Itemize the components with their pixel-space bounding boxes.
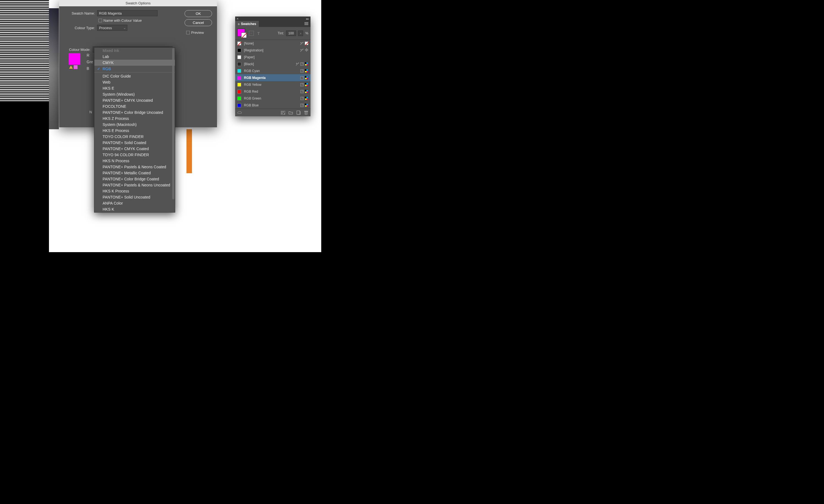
- preview-checkbox[interactable]: [186, 31, 190, 34]
- swatches-tab[interactable]: ◇ Swatches: [235, 21, 259, 27]
- formatting-text-button[interactable]: T: [256, 31, 261, 36]
- colour-mode-option[interactable]: HKS E Process: [94, 128, 175, 134]
- cmyk-mode-icon: [305, 76, 308, 80]
- cmyk-mode-icon: [305, 103, 308, 107]
- colour-mode-option[interactable]: PANTONE+ Solid Coated: [94, 140, 175, 146]
- svg-rect-14: [305, 112, 307, 114]
- swatch-row-black[interactable]: [Black]: [235, 60, 311, 68]
- svg-rect-10: [283, 112, 284, 112]
- process-colour-icon: [300, 90, 304, 93]
- colour-mode-option[interactable]: HKS K Process: [94, 188, 175, 194]
- ok-button[interactable]: OK: [185, 10, 212, 17]
- show-options-icon[interactable]: [281, 111, 285, 115]
- dialog-title: Swatch Options: [59, 0, 217, 6]
- chevron-down-icon: ⌵: [124, 26, 125, 29]
- warning-icon: !: [69, 65, 73, 69]
- panel-menu-icon[interactable]: [304, 22, 309, 26]
- svg-rect-15: [304, 111, 308, 112]
- tint-input[interactable]: [286, 30, 296, 36]
- swatch-row-cyan[interactable]: RGB Cyan: [235, 68, 311, 74]
- swatch-chip: [237, 83, 241, 87]
- colour-mode-option[interactable]: HKS Z Process: [94, 116, 175, 122]
- none-type-icon: [305, 41, 308, 45]
- colour-mode-option[interactable]: HKS K: [94, 206, 175, 212]
- swatch-name-label: RGB Cyan: [244, 69, 300, 73]
- swatch-preview-chip: [69, 53, 80, 65]
- rgb-slider-labels: R Gre B: [87, 53, 93, 73]
- swatch-chip: [237, 48, 241, 52]
- non-editable-icon: [295, 62, 299, 66]
- svg-rect-13: [297, 111, 300, 114]
- swatch-row-none[interactable]: [None]: [235, 40, 311, 47]
- tab-caret-icon: ◇: [238, 23, 239, 25]
- colour-mode-option[interactable]: PANTONE+ CMYK Uncoated: [94, 97, 175, 103]
- colour-mode-option[interactable]: PANTONE+ Color Bridge Coated: [94, 176, 175, 182]
- swatch-row-blue[interactable]: RGB Blue: [235, 102, 311, 109]
- colour-mode-option[interactable]: HKS E: [94, 85, 175, 91]
- colour-mode-option[interactable]: PANTONE+ Color Bridge Uncoated: [94, 109, 175, 116]
- cmyk-mode-icon: [305, 62, 308, 66]
- svg-text:!: !: [71, 66, 72, 69]
- swatch-row-paper[interactable]: [Paper]: [235, 53, 311, 60]
- check-icon: ✓: [97, 67, 100, 71]
- colour-mode-option[interactable]: ✓RGB: [94, 66, 175, 72]
- colour-type-select[interactable]: Process ⌵: [97, 25, 127, 31]
- new-group-icon[interactable]: [289, 111, 293, 115]
- non-editable-icon: [300, 48, 304, 52]
- name-with-colour-checkbox[interactable]: [98, 19, 102, 22]
- colour-mode-option[interactable]: DIC Color Guide: [94, 73, 175, 79]
- colour-mode-option[interactable]: PANTONE+ Solid Uncoated: [94, 194, 175, 200]
- colour-mode-option[interactable]: Web: [94, 79, 175, 85]
- non-editable-icon: [300, 41, 304, 45]
- formatting-container-button[interactable]: ▫: [249, 31, 254, 36]
- preview-label: Preview: [191, 30, 204, 35]
- svg-rect-2: [304, 22, 308, 23]
- swatch-row-green[interactable]: RGB Green: [235, 95, 311, 102]
- panel-collapse-icon[interactable]: ▸▸: [304, 17, 311, 21]
- background-artifact: [187, 129, 192, 173]
- process-colour-icon: [300, 62, 304, 66]
- swatch-row-yellow[interactable]: RGB Yellow: [235, 81, 311, 88]
- colour-mode-option[interactable]: System (Windows): [94, 91, 175, 97]
- process-colour-icon: [300, 83, 304, 86]
- swatch-name-label: [Registration]: [244, 48, 300, 52]
- panel-close-icon[interactable]: ✕: [235, 17, 240, 21]
- cmyk-mode-icon: [305, 69, 308, 73]
- colour-mode-option[interactable]: PANTONE+ CMYK Coated: [94, 146, 175, 152]
- colour-mode-option[interactable]: HKS N Process: [94, 158, 175, 164]
- tint-stepper[interactable]: ›: [298, 30, 303, 36]
- colour-mode-option[interactable]: PANTONE+ Pastels & Neons Coated: [94, 164, 175, 170]
- tint-label: Tint:: [278, 31, 284, 35]
- new-swatch-icon[interactable]: [296, 111, 301, 115]
- colour-mode-option[interactable]: System (Macintosh): [94, 122, 175, 128]
- colour-mode-option[interactable]: PANTONE+ Metallic Coated: [94, 170, 175, 176]
- swatch-chip: [237, 76, 241, 80]
- colour-mode-option[interactable]: TOYO COLOR FINDER: [94, 134, 175, 140]
- colour-mode-option[interactable]: PANTONE+ Pastels & Neons Uncoated: [94, 182, 175, 188]
- colour-mode-option[interactable]: CMYK: [94, 60, 175, 66]
- dropdown-separator: [94, 72, 175, 73]
- colour-mode-option: Mixed Ink: [94, 47, 175, 53]
- cancel-button[interactable]: Cancel: [185, 19, 212, 26]
- colour-mode-dropdown[interactable]: Mixed InkLabCMYK✓RGBDIC Color GuideWebHK…: [94, 47, 175, 213]
- swatch-row-reg[interactable]: [Registration]: [235, 47, 311, 53]
- process-colour-icon: [300, 76, 304, 80]
- colour-mode-option[interactable]: Lab: [94, 53, 175, 60]
- fill-stroke-swatch[interactable]: [237, 29, 247, 38]
- delete-swatch-icon[interactable]: [304, 111, 308, 115]
- gamut-swatch[interactable]: [74, 65, 78, 69]
- swatch-colour-preview: !: [69, 53, 80, 69]
- swatch-list: [None][Registration][Paper][Black]RGB Cy…: [235, 40, 311, 109]
- swatch-row-magenta[interactable]: RGB Magenta: [235, 74, 311, 81]
- cc-libraries-icon[interactable]: [237, 111, 242, 115]
- colour-mode-option[interactable]: TOYO 94 COLOR FINDER: [94, 152, 175, 158]
- colour-mode-option[interactable]: FOCOLTONE: [94, 103, 175, 109]
- swatch-row-red[interactable]: RGB Red: [235, 88, 311, 95]
- swatch-name-label: RGB Yellow: [244, 83, 300, 87]
- swatch-name-input[interactable]: [97, 10, 158, 16]
- truncated-label: N: [89, 110, 92, 114]
- swatch-name-label: [Paper]: [244, 55, 308, 59]
- swatch-chip: [237, 41, 241, 45]
- colour-mode-option[interactable]: ANPA Color: [94, 200, 175, 206]
- registration-icon: [305, 48, 308, 52]
